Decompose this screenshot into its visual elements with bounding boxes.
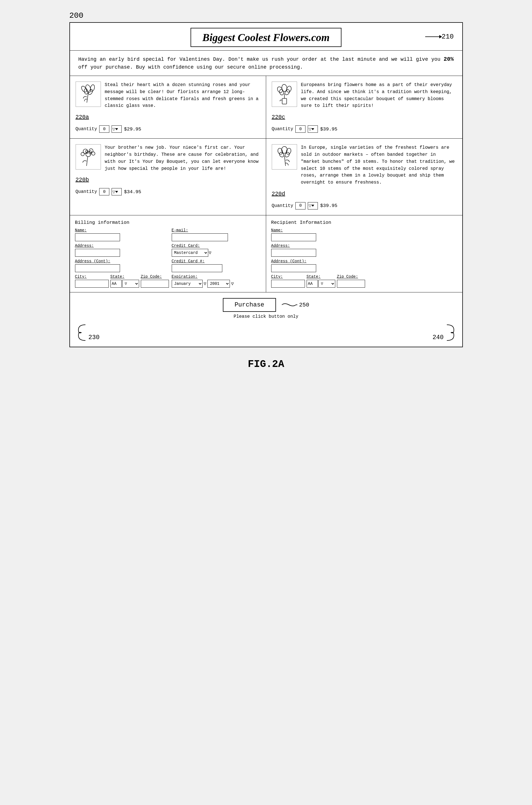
price-220b: $34.95 xyxy=(124,189,141,194)
main-box: Biggest Coolest Flowers.com 210 Having a… xyxy=(70,22,463,347)
recipient-zip-label: Zip Code: xyxy=(337,275,365,279)
billing-state-input[interactable] xyxy=(111,280,122,288)
recipient-address-input[interactable] xyxy=(271,249,316,257)
recipient-address-cont-input[interactable] xyxy=(271,264,316,272)
quantity-select-220d[interactable]: ▽ xyxy=(308,202,318,209)
quantity-row-220a: Quantity ▽ $29.95 xyxy=(76,126,260,133)
quantity-select-220c[interactable]: ▽ xyxy=(308,126,318,133)
page-wrapper: 200 Biggest Coolest Flowers.com 210 Havi… xyxy=(70,11,463,370)
product-ref-220d: 220d xyxy=(272,191,457,197)
brace-row: 230 240 xyxy=(76,324,457,341)
price-220a: $29.95 xyxy=(124,127,141,132)
recipient-panel: Recipient Information Name: Address: Add… xyxy=(266,216,462,292)
price-220d: $39.95 xyxy=(320,203,337,208)
quantity-select-220a[interactable]: ▽ xyxy=(112,126,122,133)
billing-name-input[interactable] xyxy=(75,233,120,241)
billing-address-input[interactable] xyxy=(75,249,120,257)
billing-city-label: City: xyxy=(75,275,109,279)
figure-label: FIG.2A xyxy=(70,358,463,370)
quantity-input-220c[interactable] xyxy=(296,126,305,133)
recipient-state-select[interactable]: ▽ xyxy=(318,280,335,288)
quantity-select-220b[interactable]: ▽ xyxy=(112,188,122,195)
purchase-area: Purchase 250 Please click button only 23… xyxy=(70,292,462,347)
billing-ccnum-input[interactable] xyxy=(172,264,222,272)
quantity-input-220b[interactable] xyxy=(99,188,109,195)
billing-address-field: Address: xyxy=(75,243,169,257)
ref-240: 240 xyxy=(433,334,444,341)
recipient-name-label: Name: xyxy=(271,228,457,232)
flower-image-220c xyxy=(272,81,297,107)
billing-address-cont-input[interactable] xyxy=(75,264,120,272)
recipient-address-cont-field: Address (Cont): xyxy=(271,259,457,272)
recipient-state-label: State: xyxy=(307,275,335,279)
recipient-name-field: Name: xyxy=(271,228,457,241)
billing-zip-label: Zip Code: xyxy=(141,275,169,279)
billing-address-label: Address: xyxy=(75,243,169,248)
billing-city-input[interactable] xyxy=(75,280,109,288)
recipient-state-input[interactable] xyxy=(307,280,318,288)
billing-title: Billing information xyxy=(75,220,261,225)
recipient-city-input[interactable] xyxy=(271,280,305,288)
recipient-city-label: City: xyxy=(271,275,305,279)
recipient-name-input[interactable] xyxy=(271,233,316,241)
svg-point-16 xyxy=(81,152,84,156)
flower-image-220a xyxy=(76,81,101,107)
product-desc-220d: In Europe, single varieties of the fresh… xyxy=(301,144,457,186)
product-ref-220a: 220a xyxy=(76,114,260,120)
ref-230: 230 xyxy=(89,334,100,341)
ref-250-label: 250 xyxy=(281,302,309,308)
svg-rect-11 xyxy=(282,98,287,104)
logo-box: Biggest Coolest Flowers.com xyxy=(191,28,341,47)
quantity-input-220a[interactable] xyxy=(99,126,109,133)
svg-line-20 xyxy=(87,157,88,166)
quantity-row-220d: Quantity ▽ $39.95 xyxy=(272,202,457,209)
svg-point-17 xyxy=(92,152,95,155)
svg-point-22 xyxy=(285,148,292,155)
recipient-title: Recipient Information xyxy=(271,220,457,225)
purchase-note: Please click button only xyxy=(233,314,298,319)
billing-month-select[interactable]: January February March April May June Ju… xyxy=(172,280,203,288)
quantity-row-220b: Quantity ▽ $34.95 xyxy=(76,188,260,195)
svg-point-9 xyxy=(284,89,290,96)
billing-name-label: Name: xyxy=(75,228,169,232)
billing-zip-input[interactable] xyxy=(141,280,169,288)
billing-email-input[interactable] xyxy=(172,233,228,241)
billing-panel: Billing information Name: Address: xyxy=(70,216,266,292)
svg-point-3 xyxy=(88,89,93,95)
billing-city-state-zip: City: State: ▽ xyxy=(75,275,169,288)
product-desc-220a: Steal their heart with a dozen stunning … xyxy=(105,81,260,109)
billing-state-select[interactable]: ▽ xyxy=(122,280,139,288)
product-desc-220b: Your brother's new job. Your niece's fir… xyxy=(105,144,260,172)
product-cell-220b: Your brother's new job. Your niece's fir… xyxy=(70,138,266,215)
ref-230-group: 230 xyxy=(76,324,100,341)
svg-line-26 xyxy=(284,156,286,166)
svg-point-24 xyxy=(284,152,290,158)
billing-year-select[interactable]: 2001 2002 2003 xyxy=(207,280,230,288)
recipient-address-field: Address: xyxy=(271,243,457,257)
header-area: Biggest Coolest Flowers.com 210 xyxy=(70,23,462,51)
recipient-address-cont-label: Address (Cont): xyxy=(271,259,457,263)
billing-email-field: E-mail: xyxy=(172,228,261,241)
flower-image-220d xyxy=(272,144,297,170)
billing-address-cont-field: Address (Cont): xyxy=(75,259,169,272)
billing-ccnum-label: Credit Card #: xyxy=(172,259,261,263)
product-cell-220c: Europeans bring flowers home as a part o… xyxy=(266,76,462,138)
quantity-row-220c: Quantity ▽ $39.95 xyxy=(272,126,457,133)
price-220c: $39.95 xyxy=(320,127,337,132)
ref-240-group: 240 xyxy=(433,324,457,341)
recipient-address-label: Address: xyxy=(271,243,457,248)
purchase-button[interactable]: Purchase xyxy=(223,298,276,312)
billing-name-field: Name: xyxy=(75,228,169,241)
recipient-zip-input[interactable] xyxy=(337,280,365,288)
product-ref-220b: 220b xyxy=(76,176,260,183)
billing-address-cont-label: Address (Cont): xyxy=(75,259,169,263)
product-cell-220d: In Europe, single varieties of the fresh… xyxy=(266,138,462,215)
billing-cc-field: Credit Card: Mastercard Visa Amex ▽ xyxy=(172,243,261,257)
products-grid: Steal their heart with a dozen stunning … xyxy=(70,76,462,216)
product-desc-220c: Europeans bring flowers home as a part o… xyxy=(301,81,457,109)
quantity-input-220d[interactable] xyxy=(296,202,305,209)
billing-state-label: State: xyxy=(111,275,139,279)
billing-ccnum-field: Credit Card #: xyxy=(172,259,261,272)
billing-cc-select[interactable]: Mastercard Visa Amex xyxy=(172,249,208,257)
billing-section: Billing information Name: Address: xyxy=(70,216,462,292)
